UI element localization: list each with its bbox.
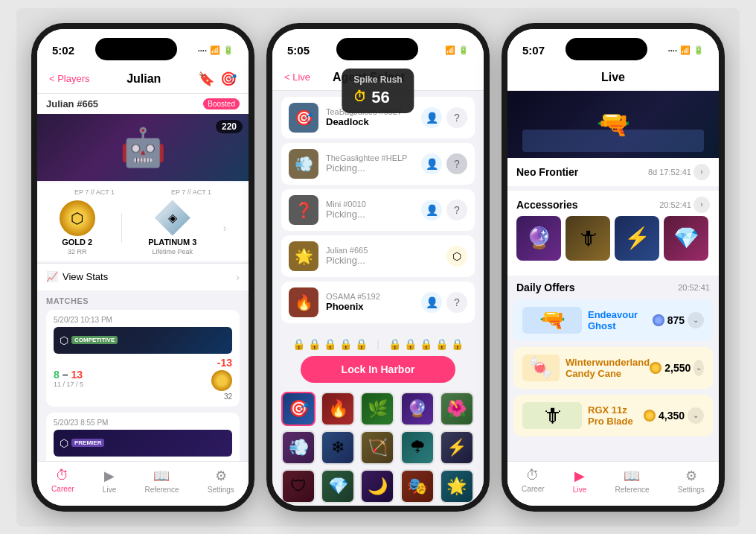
battery-icon: 🔋 bbox=[223, 45, 234, 55]
match-mode-2: PREMIER bbox=[71, 439, 104, 447]
tab-career-label: Career bbox=[51, 485, 74, 493]
offer-price-value-0: 875 bbox=[667, 314, 685, 326]
agent-grid-item-8[interactable]: 🌩 bbox=[400, 430, 435, 465]
offer-card-0[interactable]: 🔫 Endeavour Ghost 875 ⌄ bbox=[513, 299, 713, 341]
profile-btn-4[interactable]: 👤 bbox=[421, 292, 442, 313]
lock-icon-9: 🔒 bbox=[451, 338, 464, 350]
tab-career-3[interactable]: ⏱ Career bbox=[522, 468, 545, 494]
tab-live-3[interactable]: ▶ Live bbox=[573, 468, 586, 494]
match-card-2[interactable]: 5/20/23 8:55 PM ⬡ PREMIER 13 – 1 bbox=[46, 413, 240, 461]
store-name: Neo Frontier bbox=[516, 166, 578, 178]
neo-frontier-header: Neo Frontier 8d 17:52:41 › bbox=[507, 158, 719, 183]
info-btn-0[interactable]: ? bbox=[446, 107, 467, 128]
spike-rush-timer: ⏱ 56 bbox=[353, 88, 402, 107]
bookmark-icon[interactable]: 🔖 bbox=[198, 71, 214, 87]
match-card-1[interactable]: 5/20/23 10:13 PM ⬡ COMPETITIVE 8 – 13 bbox=[46, 310, 240, 407]
agent-grid-item-4[interactable]: 🌺 bbox=[440, 392, 474, 426]
agent-selected-3: Picking... bbox=[326, 255, 439, 266]
tab-bar-3: ⏱ Career ▶ Live 📖 Reference ⚙ Settings bbox=[507, 461, 719, 506]
agent-grid-item-10[interactable]: 🛡 bbox=[281, 469, 315, 503]
ranks-section: EP 7 // ACT 1 EP 7 // ACT 1 ⬡ GOLD 2 32 … bbox=[37, 182, 249, 261]
rank-label-current: EP 7 // ACT 1 bbox=[74, 188, 115, 196]
profile-btn-0[interactable]: 👤 bbox=[421, 107, 442, 128]
accessory-1[interactable]: 🗡 bbox=[566, 216, 610, 261]
agent-row-2[interactable]: ❓ Mini #0010 Picking... 👤 ? bbox=[281, 189, 475, 231]
profile-btn-2[interactable]: 👤 bbox=[421, 200, 442, 220]
tab-reference-1[interactable]: 📖 Reference bbox=[144, 468, 179, 494]
agent-row-3[interactable]: 🌟 Julian #665 Picking... ⬡ bbox=[281, 235, 475, 277]
tab-career-label-3: Career bbox=[522, 485, 545, 493]
dynamic-island-2 bbox=[336, 38, 418, 60]
gun-hero-icon: 🔫 bbox=[597, 109, 630, 140]
accessories-chevron[interactable]: › bbox=[693, 197, 710, 213]
rank-divider bbox=[121, 213, 122, 243]
accessory-0[interactable]: 🔮 bbox=[516, 216, 561, 261]
back-button-1[interactable]: < Players bbox=[49, 73, 90, 84]
rr-rank-1: 32 bbox=[224, 392, 232, 401]
rank-btn-3[interactable]: ⬡ bbox=[446, 246, 467, 267]
tab-live-1[interactable]: ▶ Live bbox=[103, 468, 116, 494]
offer-chevron-1[interactable]: ⌄ bbox=[693, 360, 704, 376]
tab-settings-1[interactable]: ⚙ Settings bbox=[208, 468, 234, 494]
agent-grid-item-11[interactable]: 💎 bbox=[321, 469, 355, 503]
status-icons-1: ···· 📶 🔋 bbox=[198, 45, 234, 55]
store-chevron[interactable]: › bbox=[693, 164, 710, 180]
phone-career: 5:02 ···· 📶 🔋 < Players Julian 🔖 🎯 bbox=[31, 23, 254, 512]
offer-price-value-2: 4,350 bbox=[659, 410, 685, 422]
tab-settings-3[interactable]: ⚙ Settings bbox=[678, 468, 705, 494]
agent-nametag-3: Julian #665 bbox=[326, 246, 439, 255]
daily-offers-label: Daily Offers bbox=[516, 282, 575, 293]
back-button-2[interactable]: < Live bbox=[284, 71, 310, 83]
profile-icon[interactable]: 🎯 bbox=[220, 71, 237, 87]
timer-icon: ⏱ bbox=[353, 89, 367, 105]
lock-icon-8: 🔒 bbox=[435, 338, 448, 350]
agent-grid-item-9[interactable]: ⚡ bbox=[440, 430, 474, 465]
offer-chevron-0[interactable]: ⌄ bbox=[688, 312, 704, 328]
offer-chevron-2[interactable]: ⌄ bbox=[688, 407, 704, 424]
agent-grid-item-5[interactable]: 💨 bbox=[281, 430, 315, 465]
agent-grid-item-12[interactable]: 🌙 bbox=[360, 469, 394, 503]
agent-grid-item-0[interactable]: 🎯 bbox=[281, 392, 315, 426]
matches-section: MATCHES 5/20/23 10:13 PM ⬡ COMPETITIVE 8 bbox=[37, 290, 249, 461]
agent-grid-item-13[interactable]: 🎭 bbox=[400, 469, 435, 503]
agent-selected-1: Picking... bbox=[326, 162, 414, 174]
agent-nametag-4: OSAMA #5192 bbox=[326, 292, 414, 301]
agent-grid-item-3[interactable]: 🔮 bbox=[400, 392, 435, 426]
accessory-3[interactable]: 💎 bbox=[664, 216, 708, 261]
tab-bar-1: ⏱ Career ▶ Live 📖 Reference ⚙ Settings bbox=[37, 461, 249, 506]
offer-card-2[interactable]: 🗡 RGX 11z Pro Blade 4,350 ⌄ bbox=[513, 395, 713, 436]
valorant-icon-1: ⬡ bbox=[60, 334, 68, 346]
info-btn-4[interactable]: ? bbox=[446, 292, 467, 313]
agent-info-4: OSAMA #5192 Phoenix bbox=[326, 292, 414, 312]
agent-grid-item-7[interactable]: 🏹 bbox=[360, 430, 394, 465]
tab-career-1[interactable]: ⏱ Career bbox=[51, 468, 74, 494]
ranks-chevron[interactable]: › bbox=[223, 222, 227, 234]
agent-grid-item-1[interactable]: 🔥 bbox=[321, 392, 355, 426]
offer-card-1[interactable]: 🍬 Winterwunderland Candy Cane 2,550 ⌄ bbox=[513, 347, 713, 389]
agent-grid-item-2[interactable]: 🌿 bbox=[360, 392, 394, 426]
agent-info-2: Mini #0010 Picking... bbox=[326, 200, 414, 220]
match-score-row-1: 8 – 13 11 / 17 / 5 -13 32 bbox=[54, 357, 232, 401]
lock-in-button[interactable]: Lock In Harbor bbox=[301, 356, 455, 383]
view-stats-button[interactable]: 📈 View Stats › bbox=[37, 263, 249, 290]
vp-icon-2 bbox=[644, 410, 656, 422]
info-btn-1[interactable]: ? bbox=[446, 153, 467, 174]
tab-reference-3[interactable]: 📖 Reference bbox=[615, 468, 649, 494]
view-stats-left: 📈 View Stats bbox=[46, 271, 108, 282]
nav-title-3: Live bbox=[601, 71, 625, 84]
rank-sub-peak: Lifetime Peak bbox=[153, 248, 193, 255]
agent-actions-4: 👤 ? bbox=[421, 292, 467, 313]
reference-icon-3: 📖 bbox=[624, 468, 640, 484]
accessories-timer-value: 20:52:41 bbox=[659, 200, 691, 209]
info-btn-2[interactable]: ? bbox=[446, 200, 467, 220]
phone-store: 5:07 ···· 📶 🔋 Live 🔫 bbox=[502, 23, 725, 512]
tab-live-label: Live bbox=[103, 486, 116, 494]
agent-row-1[interactable]: 💨 TheGaslightee #HELP Picking... 👤 ? bbox=[281, 143, 475, 185]
agent-row-4[interactable]: 🔥 OSAMA #5192 Phoenix 👤 ? bbox=[281, 282, 475, 323]
agent-grid-item-14[interactable]: 🌟 bbox=[440, 469, 474, 503]
spike-rush-mode: Spike Rush bbox=[353, 74, 402, 85]
accessory-2[interactable]: ⚡ bbox=[615, 216, 659, 261]
profile-btn-1[interactable]: 👤 bbox=[421, 153, 442, 174]
tab-reference-label-3: Reference bbox=[615, 486, 649, 494]
agent-grid-item-6[interactable]: ❄ bbox=[321, 430, 355, 465]
